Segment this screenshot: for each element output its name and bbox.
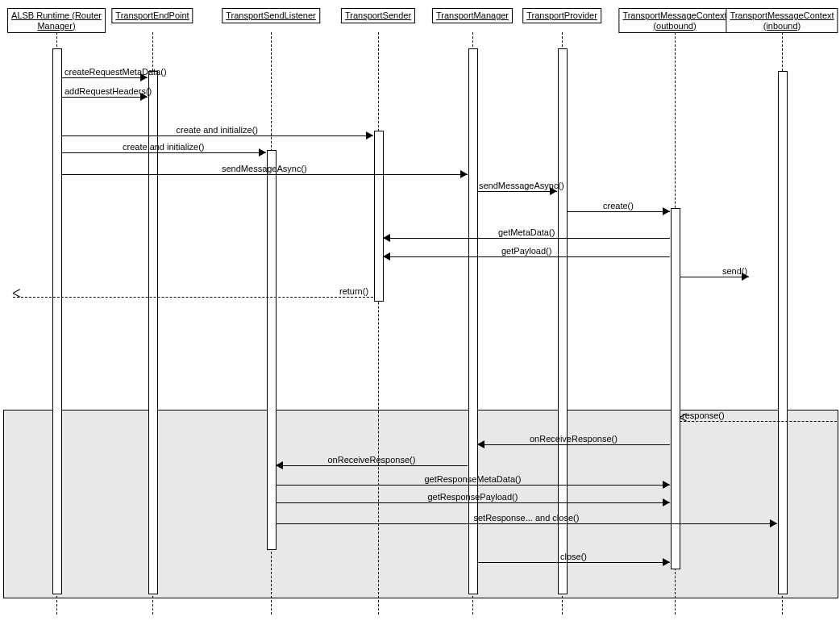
message-label-m_getMeta: getMetaData() (498, 227, 555, 238)
message-m_return (13, 297, 373, 298)
message-label-m_setResp: setResponse... and close() (474, 513, 580, 523)
arrowhead (383, 234, 390, 242)
message-label-m_close: close() (560, 552, 587, 562)
message-m_response (680, 421, 837, 422)
message-label-m_getPayload: getPayload() (501, 246, 551, 256)
message-m_sma2 (477, 191, 557, 192)
message-label-m_addHeaders: addRequestHeaders() (64, 86, 152, 97)
message-label-m_createOut: create() (603, 201, 634, 211)
participant-tsl: TransportSendListener (222, 8, 320, 23)
activation-tmc_in (778, 71, 788, 594)
message-m_addHeaders (61, 97, 148, 98)
message-m_createOut (567, 211, 670, 212)
message-label-m_sma1: sendMessageAsync() (222, 164, 307, 174)
arrowhead (276, 461, 283, 469)
message-label-m_return: return() (339, 286, 368, 297)
arrowhead (663, 481, 670, 489)
message-m_ciTSL (61, 152, 266, 153)
message-label-m_response: response() (682, 411, 725, 421)
message-m_getRMeta (276, 485, 670, 486)
participant-tp: TransportProvider (522, 8, 601, 23)
message-label-m_ciTSL: create and initialize() (123, 142, 205, 152)
message-m_getMeta (383, 238, 670, 239)
activation-tmc_out (671, 208, 680, 569)
message-label-m_getRPayload: getResponsePayload() (428, 492, 518, 502)
message-label-m_createMeta: createRequestMetaData() (64, 67, 167, 77)
arrowhead (13, 293, 21, 301)
message-label-m_onRR2: onReceiveResponse() (328, 455, 416, 465)
message-label-m_ciTS: create and initialize() (177, 125, 259, 135)
activation-ts (374, 131, 384, 302)
message-label-m_getRMeta: getResponseMetaData() (425, 474, 522, 485)
message-label-m_send: send() (722, 266, 747, 277)
arrowhead (663, 207, 670, 215)
participant-tmc_in: TransportMessageContext (inbound) (726, 8, 838, 33)
participant-ts: TransportSender (341, 8, 415, 23)
activation-alsb (52, 48, 62, 594)
message-m_createMeta (61, 77, 148, 78)
message-m_getPayload (383, 256, 670, 257)
participant-alsb: ALSB Runtime (Router Manager) (7, 8, 106, 33)
participant-tep: TransportEndPoint (111, 8, 193, 23)
message-m_close (477, 562, 670, 563)
message-m_send (680, 277, 749, 277)
response-phase-box (3, 410, 838, 598)
arrowhead (259, 148, 266, 156)
arrowhead (366, 131, 373, 140)
message-m_sma1 (61, 174, 468, 175)
message-label-m_onRR1: onReceiveResponse() (530, 434, 618, 444)
message-label-m_sma2: sendMessageAsync() (479, 181, 564, 191)
arrowhead (770, 519, 777, 527)
arrowhead (383, 252, 390, 260)
message-m_ciTS (61, 135, 373, 136)
arrowhead (477, 440, 484, 448)
sequence-diagram: ALSB Runtime (Router Manager)TransportEn… (0, 0, 840, 621)
arrowhead (663, 558, 670, 566)
message-m_setResp (276, 523, 777, 524)
message-m_onRR2 (276, 465, 468, 466)
message-m_onRR1 (477, 444, 670, 445)
message-m_getRPayload (276, 502, 670, 503)
activation-tsl (267, 150, 277, 550)
lifeline-ts (378, 32, 379, 615)
arrowhead (663, 498, 670, 506)
arrowhead (460, 170, 468, 178)
participant-tmc_out: TransportMessageContext (outbound) (618, 8, 730, 33)
participant-tm: TransportManager (432, 8, 513, 23)
